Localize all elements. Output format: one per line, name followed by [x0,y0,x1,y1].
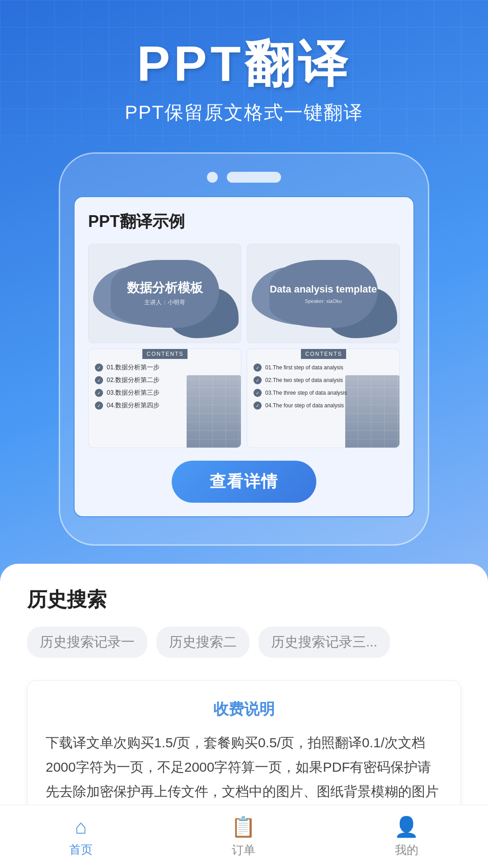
slide-item-icon [95,389,103,397]
phone-mockup: PPT翻译示例 数据分析模板 主讲人：小明哥 [59,152,429,546]
slide-item-icon [253,389,262,397]
nav-label-order: 订单 [232,842,255,858]
slide-item-icon [253,401,262,410]
slide-item: 01.The first step of data analysis [253,363,393,372]
slide-2-text: Data analysis template Speaker: xiaOku [270,283,377,304]
phone-speaker [227,172,281,183]
slide-item-icon [95,363,103,372]
slide-1-sub: 主讲人：小明哥 [127,298,203,307]
slide-item: 01.数据分析第一步 [95,363,235,372]
slide-item-text: 02.数据分析第二步 [107,376,160,384]
view-details-button[interactable]: 查看详情 [172,461,316,503]
slide-item-icon [95,401,103,410]
slide-item: 02.The two step of data analysis [253,376,393,384]
history-tag[interactable]: 历史搜索记录一 [27,627,147,658]
slide-1: 数据分析模板 主讲人：小明哥 [88,244,241,343]
app-title: PPT翻译 [27,36,461,91]
ppt-card-title: PPT翻译示例 [88,211,400,233]
slide-item-text: 03.The three step of data analysis [265,390,347,396]
slide-item-icon [253,376,262,384]
slide-4-header: CONTENTS [301,349,346,359]
slide-item-text: 03.数据分析第三步 [107,389,160,397]
slide-2: Data analysis template Speaker: xiaOku [247,244,400,343]
slide-1-text: 数据分析模板 主讲人：小明哥 [127,280,203,307]
slide-item-text: 04.数据分析第四步 [107,401,160,410]
slide-1-title: 数据分析模板 [127,280,203,296]
ppt-demo-card: PPT翻译示例 数据分析模板 主讲人：小明哥 [74,196,414,517]
slide-4-items: 01.The first step of data analysis 02.Th… [247,363,399,410]
slides-grid: 数据分析模板 主讲人：小明哥 Data analysis template Sp… [88,244,400,448]
nav-item-profile[interactable]: 👤 我的 [394,815,419,858]
header: PPT翻译 PPT保留原文格式一键翻译 [0,0,488,143]
pricing-title: 收费说明 [46,699,442,720]
slide-item: 04.The four step of data analysis [253,401,393,410]
history-tags: 历史搜索记录一历史搜索二历史搜索记录三... [27,627,461,658]
slide-3-header: CONTENTS [142,349,188,359]
phone-camera [207,172,218,183]
slide-item: 03.The three step of data analysis [253,389,393,397]
slide-item-text: 02.The two step of data analysis [265,377,343,383]
slide-item: 03.数据分析第三步 [95,389,235,397]
history-section-title: 历史搜索 [27,586,461,613]
slide-item: 02.数据分析第二步 [95,376,235,384]
slide-2-title: Data analysis template [270,283,377,296]
slide-item-icon [95,376,103,384]
history-tag[interactable]: 历史搜索二 [156,627,249,658]
home-icon: ⌂ [75,816,87,838]
slide-3: CONTENTS 01.数据分析第一步 02.数据分析第二步 03.数据分析第三… [88,349,241,448]
slide-3-items: 01.数据分析第一步 02.数据分析第二步 03.数据分析第三步 04.数据分析… [89,363,241,410]
nav-label-home: 首页 [69,842,93,858]
slide-item-text: 04.The four step of data analysis [265,402,344,409]
nav-item-order[interactable]: 📋 订单 [231,815,256,858]
slide-4: CONTENTS 01.The first step of data analy… [247,349,400,448]
profile-icon: 👤 [394,815,419,839]
slide-item: 04.数据分析第四步 [95,401,235,410]
nav-item-home[interactable]: ⌂ 首页 [69,816,93,858]
slide-item-text: 01.数据分析第一步 [107,363,160,372]
history-tag[interactable]: 历史搜索记录三... [258,627,390,658]
slide-2-sub: Speaker: xiaOku [270,298,377,304]
slide-item-text: 01.The first step of data analysis [265,364,343,371]
phone-mockup-area: PPT翻译示例 数据分析模板 主讲人：小明哥 [0,143,488,546]
order-icon: 📋 [231,815,256,839]
nav-label-profile: 我的 [395,842,418,858]
app-subtitle: PPT保留原文格式一键翻译 [27,100,461,125]
slide-item-icon [253,363,262,372]
phone-notch [74,172,414,183]
bottom-nav: ⌂ 首页 📋 订单 👤 我的 [0,805,488,868]
